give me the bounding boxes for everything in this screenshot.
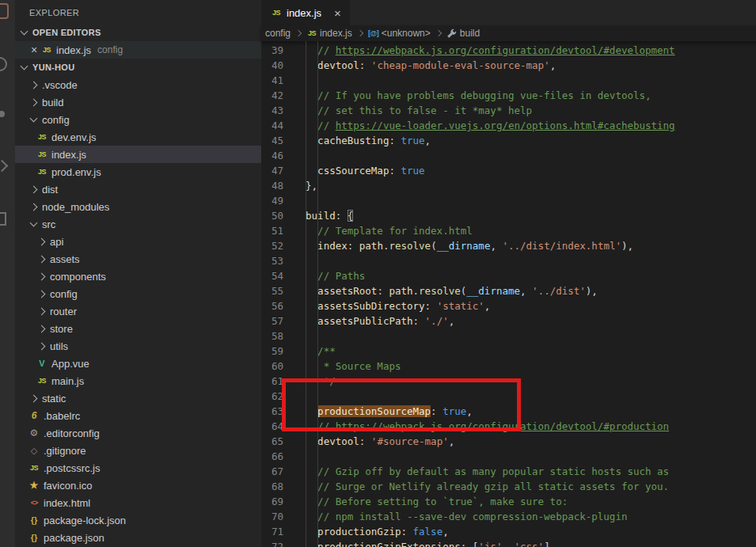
code-line[interactable]: 54 // Paths xyxy=(261,268,756,283)
code-line[interactable]: 68 // Surge or Netlify already gzip all … xyxy=(261,479,756,494)
tree-item-.vscode[interactable]: .vscode xyxy=(15,76,261,93)
tree-item-index.html[interactable]: <>index.html xyxy=(15,494,261,511)
tree-item-assets[interactable]: assets xyxy=(15,250,261,268)
code-line[interactable]: 62 xyxy=(261,389,756,404)
code-line[interactable]: 57 assetsPublicPath: './', xyxy=(261,313,756,329)
extensions-icon[interactable] xyxy=(0,212,6,226)
tree-item-utils[interactable]: utils xyxy=(15,337,261,355)
tree-item-build[interactable]: build xyxy=(15,93,261,111)
code-line[interactable]: 39 // https://webpack.js.org/configurati… xyxy=(261,43,756,58)
code-line[interactable]: 60 * Source Maps xyxy=(261,359,756,374)
code-line[interactable]: 61 */ xyxy=(261,374,756,389)
code-text xyxy=(283,329,294,344)
js-file-icon: JS xyxy=(270,9,283,17)
tree-item-node_modules[interactable]: node_modules xyxy=(15,198,261,215)
breadcrumb-item-index.js[interactable]: JSindex.js xyxy=(306,28,352,39)
code-line[interactable]: 63 productionSourceMap: true, xyxy=(261,404,756,419)
line-number: 65 xyxy=(261,434,283,449)
code-line[interactable]: 48 }, xyxy=(261,178,756,193)
code-line[interactable]: 65 devtool: '#source-map', xyxy=(261,434,756,449)
chevron-right-icon xyxy=(36,239,47,245)
tree-item-dev.env.js[interactable]: JSdev.env.js xyxy=(15,128,261,146)
code-text: // https://webpack.js.org/configuration/… xyxy=(283,43,675,58)
code-text xyxy=(283,193,294,208)
code-line[interactable]: 58 xyxy=(261,329,756,344)
tree-item-label: router xyxy=(50,306,77,317)
tree-item-router[interactable]: router xyxy=(15,302,261,320)
tree-item-config[interactable]: config xyxy=(15,111,261,128)
code-line[interactable]: 40 devtool: 'cheap-module-eval-source-ma… xyxy=(261,58,756,73)
code-line[interactable]: 69 // Before setting to `true`, make sur… xyxy=(261,494,756,509)
js-icon: JS xyxy=(36,168,48,176)
tree-item-.babelrc[interactable]: 6.babelrc xyxy=(15,407,261,424)
code-line[interactable]: 42 // If you have problems debugging vue… xyxy=(261,88,756,103)
code-line[interactable]: 67 // Gzip off by default as many popula… xyxy=(261,464,756,479)
line-number: 47 xyxy=(261,163,283,178)
source-control-icon[interactable] xyxy=(0,111,5,117)
open-editor-item-index.js[interactable]: ×JSindex.jsconfig xyxy=(15,41,261,59)
code-line[interactable]: 51 // Template for index.html xyxy=(261,223,756,238)
code-text: // Surge or Netlify already gzip all sta… xyxy=(283,479,669,494)
code-line[interactable]: 50 build: { xyxy=(261,208,756,223)
debug-icon[interactable] xyxy=(0,160,8,173)
code-line[interactable]: 64 // https://webpack.js.org/configurati… xyxy=(261,419,756,434)
line-number: 54 xyxy=(261,268,283,283)
activity-bar xyxy=(0,0,15,547)
breadcrumb-item-config[interactable]: config xyxy=(265,28,291,39)
code-line[interactable]: 47 cssSourceMap: true xyxy=(261,163,756,178)
tree-item-.postcssrc.js[interactable]: JS.postcssrc.js xyxy=(15,459,261,477)
tab-index-js[interactable]: JS index.js × xyxy=(261,0,350,25)
chevron-right-icon xyxy=(36,309,47,314)
tree-item-src[interactable]: src xyxy=(15,215,261,233)
code-area[interactable]: 39 // https://webpack.js.org/configurati… xyxy=(261,41,756,547)
tree-item-.gitignore[interactable]: ◇.gitignore xyxy=(15,442,261,459)
code-line[interactable]: 71 productionGzip: false, xyxy=(261,524,756,539)
tree-item-App.vue[interactable]: VApp.vue xyxy=(15,355,261,372)
tab-close-icon[interactable]: × xyxy=(334,6,341,20)
indent-guide xyxy=(306,41,306,547)
line-number: 69 xyxy=(261,494,283,509)
code-line[interactable]: 46 xyxy=(261,148,756,163)
tree-item-package.json[interactable]: {}package.json xyxy=(15,529,261,546)
close-icon[interactable]: × xyxy=(28,44,40,56)
code-line[interactable]: 72 productionGzipExtensions: ['js', 'css… xyxy=(261,539,756,547)
tree-item-prod.env.js[interactable]: JSprod.env.js xyxy=(15,163,261,180)
symbol-object-icon: [@] xyxy=(368,29,379,37)
tree-item-static[interactable]: static xyxy=(15,389,261,407)
tree-item-label: .postcssrc.js xyxy=(44,462,101,474)
tree-item-main.js[interactable]: JSmain.js xyxy=(15,372,261,389)
code-line[interactable]: 66 xyxy=(261,449,756,464)
tree-item-label: .editorconfig xyxy=(44,427,100,439)
code-line[interactable]: 59 /** xyxy=(261,344,756,359)
code-line[interactable]: 53 xyxy=(261,253,756,268)
breadcrumb-item-unknown[interactable]: [@]<unknown> xyxy=(368,28,431,39)
code-line[interactable]: 49 xyxy=(261,193,756,208)
breadcrumb-item-build[interactable]: build xyxy=(446,28,480,39)
indent-guide xyxy=(317,41,318,547)
code-text: // https://webpack.js.org/configuration/… xyxy=(283,419,669,434)
code-line[interactable]: 70 // npm install --save-dev compression… xyxy=(261,509,756,524)
code-line[interactable]: 44 // https://vue-loader.vuejs.org/en/op… xyxy=(261,118,756,133)
code-line[interactable]: 45 cacheBusting: true, xyxy=(261,133,756,148)
code-line[interactable]: 41 xyxy=(261,73,756,88)
tree-item-dist[interactable]: dist xyxy=(15,180,261,198)
tree-item-store[interactable]: store xyxy=(15,320,261,337)
explorer-icon[interactable] xyxy=(0,3,9,19)
tree-item-favicon.ico[interactable]: ★favicon.ico xyxy=(15,477,261,494)
code-text xyxy=(283,73,294,88)
line-number: 43 xyxy=(261,103,283,118)
search-icon[interactable] xyxy=(0,57,7,71)
open-editors-header[interactable]: OPEN EDITORS xyxy=(15,24,261,41)
code-line[interactable]: 55 assetsRoot: path.resolve(__dirname, '… xyxy=(261,283,756,298)
tree-item-package-lock.json[interactable]: {}package-lock.json xyxy=(15,511,261,529)
tree-item-api[interactable]: api xyxy=(15,233,261,250)
code-line[interactable]: 52 index: path.resolve(__dirname, '../di… xyxy=(261,238,756,253)
tree-item-label: index.html xyxy=(44,497,90,509)
tree-item-components[interactable]: components xyxy=(15,268,261,285)
tree-item-config[interactable]: config xyxy=(15,285,261,302)
tree-item-.editorconfig[interactable]: ⚙.editorconfig xyxy=(15,424,261,442)
project-root-header[interactable]: YUN-HOU xyxy=(15,59,261,76)
code-line[interactable]: 43 // set this to false - it *may* help xyxy=(261,103,756,118)
code-line[interactable]: 56 assetsSubDirectory: 'static', xyxy=(261,298,756,313)
tree-item-index.js[interactable]: JSindex.js xyxy=(15,146,261,163)
